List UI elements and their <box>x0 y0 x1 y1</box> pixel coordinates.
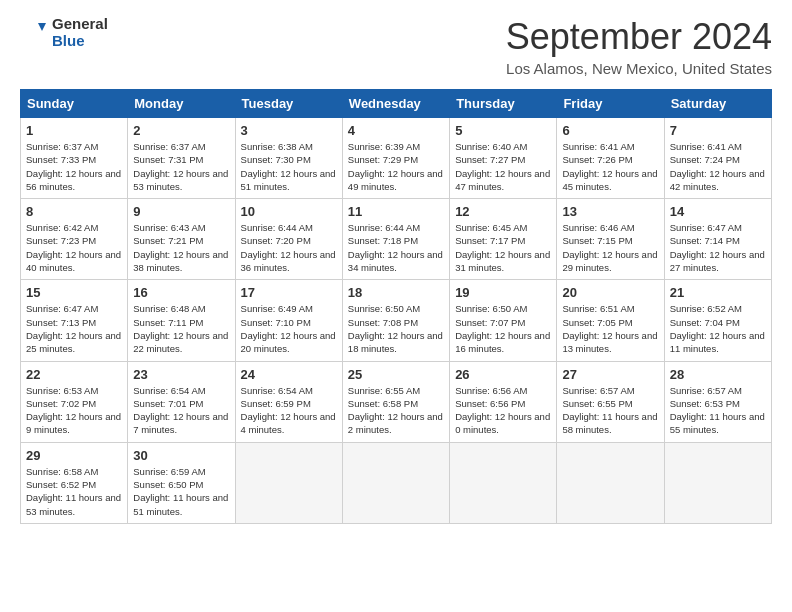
page-header: General Blue September 2024 Los Alamos, … <box>20 16 772 77</box>
month-title: September 2024 <box>506 16 772 58</box>
day-number: 23 <box>133 367 229 382</box>
day-info: Sunrise: 6:49 AM Sunset: 7:10 PM Dayligh… <box>241 302 337 355</box>
calendar-cell: 2 Sunrise: 6:37 AM Sunset: 7:31 PM Dayli… <box>128 118 235 199</box>
day-number: 17 <box>241 285 337 300</box>
day-info: Sunrise: 6:44 AM Sunset: 7:20 PM Dayligh… <box>241 221 337 274</box>
day-info: Sunrise: 6:54 AM Sunset: 7:01 PM Dayligh… <box>133 384 229 437</box>
calendar-cell: 16 Sunrise: 6:48 AM Sunset: 7:11 PM Dayl… <box>128 280 235 361</box>
day-number: 5 <box>455 123 551 138</box>
calendar-cell: 13 Sunrise: 6:46 AM Sunset: 7:15 PM Dayl… <box>557 199 664 280</box>
day-info: Sunrise: 6:51 AM Sunset: 7:05 PM Dayligh… <box>562 302 658 355</box>
day-info: Sunrise: 6:41 AM Sunset: 7:26 PM Dayligh… <box>562 140 658 193</box>
day-number: 2 <box>133 123 229 138</box>
day-info: Sunrise: 6:40 AM Sunset: 7:27 PM Dayligh… <box>455 140 551 193</box>
day-info: Sunrise: 6:37 AM Sunset: 7:33 PM Dayligh… <box>26 140 122 193</box>
col-thursday: Thursday <box>450 90 557 118</box>
day-info: Sunrise: 6:37 AM Sunset: 7:31 PM Dayligh… <box>133 140 229 193</box>
day-info: Sunrise: 6:41 AM Sunset: 7:24 PM Dayligh… <box>670 140 766 193</box>
calendar-week-row: 22 Sunrise: 6:53 AM Sunset: 7:02 PM Dayl… <box>21 361 772 442</box>
calendar-week-row: 29 Sunrise: 6:58 AM Sunset: 6:52 PM Dayl… <box>21 442 772 523</box>
calendar-cell: 29 Sunrise: 6:58 AM Sunset: 6:52 PM Dayl… <box>21 442 128 523</box>
calendar-week-row: 1 Sunrise: 6:37 AM Sunset: 7:33 PM Dayli… <box>21 118 772 199</box>
title-block: September 2024 Los Alamos, New Mexico, U… <box>506 16 772 77</box>
day-info: Sunrise: 6:56 AM Sunset: 6:56 PM Dayligh… <box>455 384 551 437</box>
day-number: 15 <box>26 285 122 300</box>
col-wednesday: Wednesday <box>342 90 449 118</box>
svg-marker-0 <box>38 23 46 31</box>
calendar-cell: 5 Sunrise: 6:40 AM Sunset: 7:27 PM Dayli… <box>450 118 557 199</box>
day-number: 19 <box>455 285 551 300</box>
day-number: 29 <box>26 448 122 463</box>
day-info: Sunrise: 6:54 AM Sunset: 6:59 PM Dayligh… <box>241 384 337 437</box>
day-number: 30 <box>133 448 229 463</box>
calendar-cell: 23 Sunrise: 6:54 AM Sunset: 7:01 PM Dayl… <box>128 361 235 442</box>
calendar-cell: 4 Sunrise: 6:39 AM Sunset: 7:29 PM Dayli… <box>342 118 449 199</box>
calendar-cell: 28 Sunrise: 6:57 AM Sunset: 6:53 PM Dayl… <box>664 361 771 442</box>
day-info: Sunrise: 6:47 AM Sunset: 7:14 PM Dayligh… <box>670 221 766 274</box>
calendar-cell: 10 Sunrise: 6:44 AM Sunset: 7:20 PM Dayl… <box>235 199 342 280</box>
day-number: 27 <box>562 367 658 382</box>
day-number: 28 <box>670 367 766 382</box>
logo: General Blue <box>20 16 108 49</box>
location: Los Alamos, New Mexico, United States <box>506 60 772 77</box>
col-sunday: Sunday <box>21 90 128 118</box>
day-info: Sunrise: 6:57 AM Sunset: 6:53 PM Dayligh… <box>670 384 766 437</box>
calendar-cell <box>450 442 557 523</box>
day-info: Sunrise: 6:46 AM Sunset: 7:15 PM Dayligh… <box>562 221 658 274</box>
calendar-cell: 15 Sunrise: 6:47 AM Sunset: 7:13 PM Dayl… <box>21 280 128 361</box>
day-info: Sunrise: 6:50 AM Sunset: 7:08 PM Dayligh… <box>348 302 444 355</box>
day-info: Sunrise: 6:48 AM Sunset: 7:11 PM Dayligh… <box>133 302 229 355</box>
day-number: 10 <box>241 204 337 219</box>
calendar-cell: 27 Sunrise: 6:57 AM Sunset: 6:55 PM Dayl… <box>557 361 664 442</box>
calendar-cell: 25 Sunrise: 6:55 AM Sunset: 6:58 PM Dayl… <box>342 361 449 442</box>
day-number: 21 <box>670 285 766 300</box>
day-number: 26 <box>455 367 551 382</box>
day-number: 7 <box>670 123 766 138</box>
day-info: Sunrise: 6:53 AM Sunset: 7:02 PM Dayligh… <box>26 384 122 437</box>
calendar-cell: 21 Sunrise: 6:52 AM Sunset: 7:04 PM Dayl… <box>664 280 771 361</box>
day-number: 24 <box>241 367 337 382</box>
day-info: Sunrise: 6:50 AM Sunset: 7:07 PM Dayligh… <box>455 302 551 355</box>
calendar-cell: 26 Sunrise: 6:56 AM Sunset: 6:56 PM Dayl… <box>450 361 557 442</box>
calendar-cell: 12 Sunrise: 6:45 AM Sunset: 7:17 PM Dayl… <box>450 199 557 280</box>
calendar-cell: 7 Sunrise: 6:41 AM Sunset: 7:24 PM Dayli… <box>664 118 771 199</box>
logo-blue: Blue <box>52 33 108 50</box>
day-number: 18 <box>348 285 444 300</box>
day-number: 13 <box>562 204 658 219</box>
calendar-cell <box>342 442 449 523</box>
day-number: 25 <box>348 367 444 382</box>
day-info: Sunrise: 6:44 AM Sunset: 7:18 PM Dayligh… <box>348 221 444 274</box>
calendar-cell: 1 Sunrise: 6:37 AM Sunset: 7:33 PM Dayli… <box>21 118 128 199</box>
calendar-cell: 8 Sunrise: 6:42 AM Sunset: 7:23 PM Dayli… <box>21 199 128 280</box>
day-info: Sunrise: 6:59 AM Sunset: 6:50 PM Dayligh… <box>133 465 229 518</box>
day-number: 16 <box>133 285 229 300</box>
day-number: 14 <box>670 204 766 219</box>
calendar-week-row: 8 Sunrise: 6:42 AM Sunset: 7:23 PM Dayli… <box>21 199 772 280</box>
day-number: 20 <box>562 285 658 300</box>
day-number: 22 <box>26 367 122 382</box>
calendar-body: 1 Sunrise: 6:37 AM Sunset: 7:33 PM Dayli… <box>21 118 772 524</box>
calendar-cell: 30 Sunrise: 6:59 AM Sunset: 6:50 PM Dayl… <box>128 442 235 523</box>
day-number: 12 <box>455 204 551 219</box>
day-info: Sunrise: 6:47 AM Sunset: 7:13 PM Dayligh… <box>26 302 122 355</box>
day-info: Sunrise: 6:45 AM Sunset: 7:17 PM Dayligh… <box>455 221 551 274</box>
logo-svg <box>20 19 48 47</box>
day-number: 3 <box>241 123 337 138</box>
col-tuesday: Tuesday <box>235 90 342 118</box>
day-number: 1 <box>26 123 122 138</box>
day-number: 4 <box>348 123 444 138</box>
calendar-header-row: Sunday Monday Tuesday Wednesday Thursday… <box>21 90 772 118</box>
day-info: Sunrise: 6:43 AM Sunset: 7:21 PM Dayligh… <box>133 221 229 274</box>
day-number: 9 <box>133 204 229 219</box>
calendar-cell: 9 Sunrise: 6:43 AM Sunset: 7:21 PM Dayli… <box>128 199 235 280</box>
day-info: Sunrise: 6:58 AM Sunset: 6:52 PM Dayligh… <box>26 465 122 518</box>
day-info: Sunrise: 6:42 AM Sunset: 7:23 PM Dayligh… <box>26 221 122 274</box>
calendar-cell: 3 Sunrise: 6:38 AM Sunset: 7:30 PM Dayli… <box>235 118 342 199</box>
col-friday: Friday <box>557 90 664 118</box>
calendar-cell: 18 Sunrise: 6:50 AM Sunset: 7:08 PM Dayl… <box>342 280 449 361</box>
col-saturday: Saturday <box>664 90 771 118</box>
calendar-cell: 17 Sunrise: 6:49 AM Sunset: 7:10 PM Dayl… <box>235 280 342 361</box>
day-info: Sunrise: 6:52 AM Sunset: 7:04 PM Dayligh… <box>670 302 766 355</box>
calendar-week-row: 15 Sunrise: 6:47 AM Sunset: 7:13 PM Dayl… <box>21 280 772 361</box>
calendar-cell: 6 Sunrise: 6:41 AM Sunset: 7:26 PM Dayli… <box>557 118 664 199</box>
